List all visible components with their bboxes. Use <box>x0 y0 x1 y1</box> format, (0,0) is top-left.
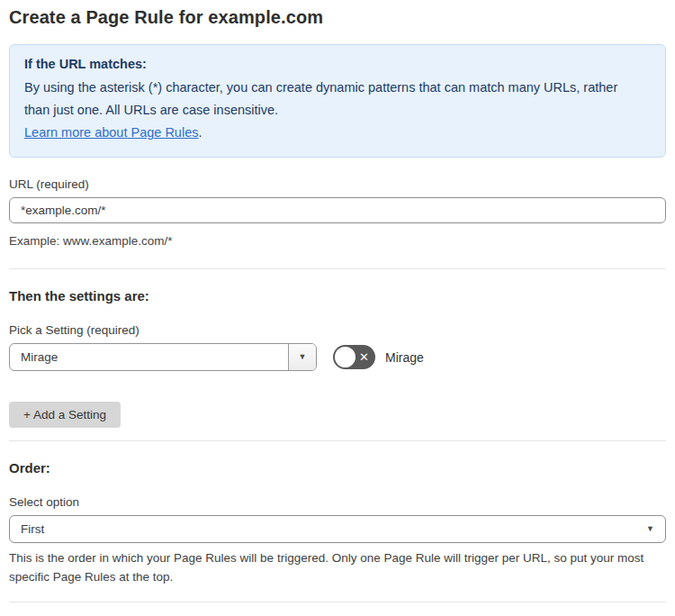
select-option-label: Select option <box>9 495 666 509</box>
divider <box>9 440 666 441</box>
pick-setting-label: Pick a Setting (required) <box>9 323 666 337</box>
caret-down-icon: ▼ <box>299 353 307 361</box>
order-helper-text: This is the order in which your Page Rul… <box>9 548 659 586</box>
settings-section-heading: Then the settings are: <box>9 288 666 303</box>
info-box-body: By using the asterisk (*) character, you… <box>24 77 626 122</box>
url-field-label: URL (required) <box>9 177 666 191</box>
setting-select[interactable]: Mirage ▼ <box>9 343 317 371</box>
info-box-heading: If the URL matches: <box>24 57 651 71</box>
learn-more-link[interactable]: Learn more about Page Rules <box>24 125 198 140</box>
url-input[interactable] <box>9 197 666 223</box>
x-icon: ✕ <box>359 351 369 363</box>
page-container: Create a Page Rule for example.com If th… <box>0 0 675 616</box>
link-suffix: . <box>198 125 202 140</box>
setting-row: Mirage ▼ ✕ Mirage <box>9 343 666 371</box>
add-setting-button[interactable]: + Add a Setting <box>9 402 121 428</box>
url-match-info-box: If the URL matches: By using the asteris… <box>9 44 666 158</box>
setting-select-value: Mirage <box>10 350 288 364</box>
url-example-helper: Example: www.example.com/* <box>9 231 666 250</box>
mirage-toggle[interactable]: ✕ <box>333 345 375 369</box>
order-section-heading: Order: <box>9 460 666 476</box>
divider <box>9 268 666 269</box>
page-title: Create a Page Rule for example.com <box>9 7 666 28</box>
divider <box>9 602 666 602</box>
toggle-label: Mirage <box>385 350 424 365</box>
order-select-value: First <box>10 522 646 536</box>
toggle-knob <box>335 347 356 367</box>
info-link-line: Learn more about Page Rules. <box>24 122 651 144</box>
setting-select-arrow-button[interactable]: ▼ <box>288 344 316 370</box>
order-select[interactable]: First ▼ <box>9 515 666 543</box>
caret-down-icon: ▼ <box>646 525 665 533</box>
